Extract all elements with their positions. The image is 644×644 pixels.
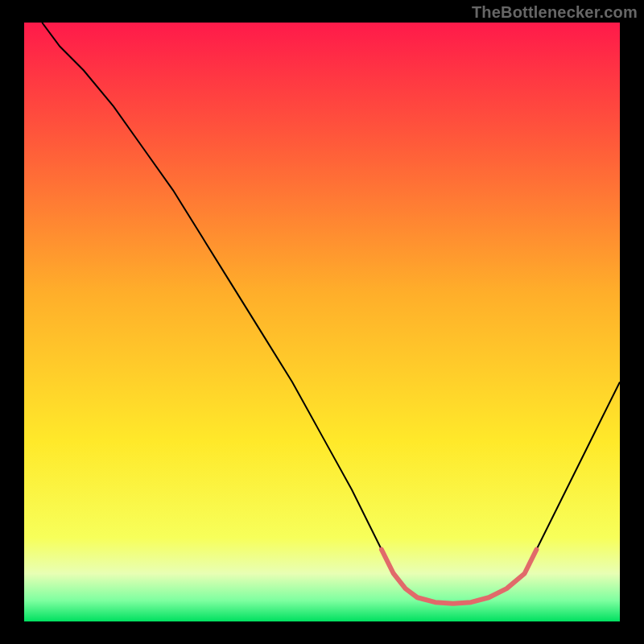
- chart-svg: [24, 23, 620, 621]
- watermark-text: TheBottlenecker.com: [472, 3, 638, 22]
- plot-area: [24, 23, 620, 621]
- gradient-background: [24, 23, 620, 621]
- chart-frame: TheBottlenecker.com: [0, 0, 644, 644]
